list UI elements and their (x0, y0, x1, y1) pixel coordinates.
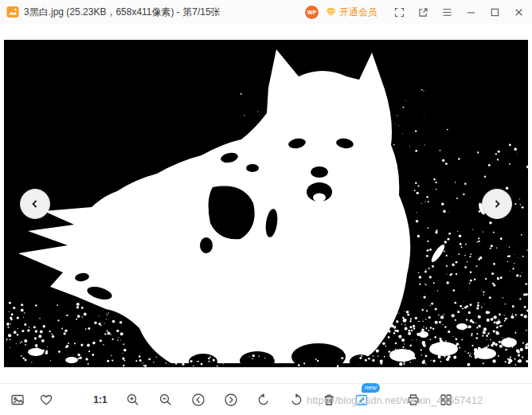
grid-more-icon (439, 393, 453, 407)
titlebar: 3黑白.jpg (25.23KB，658x411像素) - 第7/15张 WP … (0, 0, 532, 24)
open-vip-button[interactable]: 开通会员 (325, 6, 377, 19)
next-circle-icon (224, 393, 238, 407)
hamburger-menu-icon (441, 6, 453, 18)
printer-icon (406, 393, 421, 407)
rotate-left-icon (256, 393, 271, 407)
previous-image-button[interactable] (190, 392, 206, 408)
next-image-overlay-button[interactable] (482, 189, 512, 219)
binary-dog-image (4, 40, 528, 367)
rotate-right-button[interactable] (288, 392, 304, 408)
new-feature-badge: new (362, 383, 380, 393)
trash-icon (322, 393, 336, 407)
zoom-in-button[interactable] (125, 392, 141, 408)
wp-badge[interactable]: WP (305, 6, 319, 19)
zoom-out-button[interactable] (158, 392, 174, 408)
zoom-out-icon (158, 393, 173, 407)
close-button[interactable] (507, 0, 530, 24)
popout-icon (417, 6, 429, 18)
fullscreen-icon (393, 6, 405, 18)
more-tools-button[interactable] (438, 392, 454, 408)
toolbar-main-group: 1:1 (92, 392, 454, 408)
rotate-left-button[interactable] (256, 392, 272, 408)
bottom-toolbar: 1:1 (0, 383, 532, 415)
actual-size-button[interactable]: 1:1 (92, 392, 108, 408)
open-vip-label: 开通会员 (339, 6, 377, 19)
previous-image-overlay-button[interactable] (20, 189, 50, 219)
vip-gem-icon (325, 6, 337, 18)
rotate-right-icon (289, 393, 303, 407)
maximize-button[interactable] (483, 0, 507, 24)
zoom-in-icon (126, 393, 140, 407)
menu-button[interactable] (435, 0, 459, 24)
viewer-area (0, 24, 532, 383)
delete-button[interactable] (321, 392, 337, 408)
previous-circle-icon (191, 393, 205, 407)
minimize-icon (465, 6, 477, 18)
favorite-button[interactable] (38, 392, 54, 408)
browse-images-button[interactable] (10, 392, 25, 408)
edit-image-icon (354, 393, 369, 407)
app-logo-icon (6, 6, 19, 18)
maximize-icon (489, 6, 501, 18)
toolbar-left-group (10, 392, 54, 408)
actual-size-label: 1:1 (93, 394, 107, 405)
window-title: 3黑白.jpg (25.23KB，658x411像素) - 第7/15张 (24, 6, 221, 19)
next-image-button[interactable] (223, 392, 239, 408)
edit-image-button[interactable]: new (354, 392, 370, 408)
popout-button[interactable] (411, 0, 435, 24)
browse-images-icon (10, 393, 25, 407)
fullscreen-button[interactable] (387, 0, 411, 24)
minimize-button[interactable] (459, 0, 483, 24)
titlebar-controls: WP 开通会员 (305, 0, 532, 24)
print-button[interactable] (405, 392, 421, 408)
chevron-left-icon (29, 198, 41, 209)
close-icon (513, 6, 525, 18)
heart-icon (39, 393, 53, 407)
chevron-right-icon (491, 198, 503, 209)
image-canvas[interactable] (4, 40, 528, 367)
